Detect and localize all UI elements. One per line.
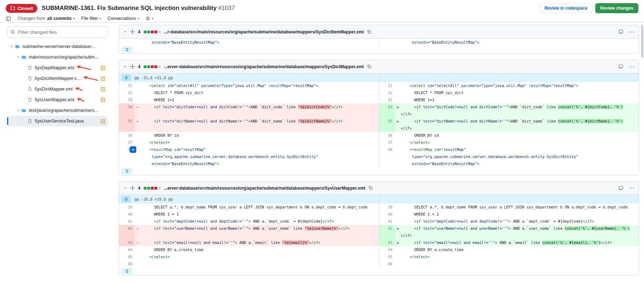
vertical-scrollbar[interactable] [640,23,644,283]
line-number[interactable]: 35 [119,118,135,132]
conversations-dropdown[interactable]: Conversations ▾ [108,16,139,21]
file-path-link[interactable]: ...r-database/src/main/resources/org/apa… [164,29,364,34]
line-number[interactable]: 46 [119,260,135,267]
line-number[interactable]: 41 [379,218,395,225]
chevron-down-icon[interactable] [16,109,21,112]
kebab-menu-icon[interactable]: ⋯ [629,64,634,69]
line-number[interactable]: 45 [119,253,135,260]
filter-changed-files-input[interactable] [7,26,108,38]
expand-hunk-button[interactable] [122,196,131,202]
diff-row: 39 SELECT a.*, b.dept_name FROM sys_user… [119,203,639,211]
file-path-link[interactable]: ...erver-database/src/main/resources/org… [164,64,364,69]
line-number[interactable]: 44 [379,246,395,253]
diff-settings-gear[interactable]: ⚙ ▾ [145,16,153,21]
add-comment-button[interactable]: + [130,146,136,153]
file-path-link[interactable]: ...erver-database/src/main/resources/org… [164,186,365,191]
line-number[interactable]: 45 [379,253,395,260]
file-icon [28,87,32,92]
chevron-down-icon[interactable] [9,45,14,48]
copy-path-icon[interactable] [367,29,372,34]
expand-hunk-button[interactable] [122,75,131,81]
sidebar-file-5[interactable]: SysUserMapper.xml [7,94,108,105]
code-line: WHERE 1=1 [401,96,639,103]
kebab-menu-icon[interactable]: ⋯ [629,185,634,191]
review-in-codespace-button[interactable]: Review in codespace [539,3,592,13]
pr-title: SUBMARINE-1361. Fix Submarine SQL inject… [42,5,235,12]
line-number[interactable]: 36 [379,132,395,139]
comment-icon[interactable] [618,186,623,191]
line-number[interactable]: 46 [379,260,395,267]
code-line: <resultMap id="resultMap" type="org.apac… [140,146,379,167]
sidebar-folder-6[interactable]: test/java/org/apache/submarine/s... [7,105,108,116]
diff-marker [395,82,401,89]
diff-marker: + [395,239,401,246]
sidebar-folder-0[interactable]: submarine-server/server-database/... [7,41,108,52]
line-number[interactable] [119,39,135,46]
chevron-down-icon[interactable] [16,55,21,59]
line-number[interactable]: 34 [379,103,395,118]
collapse-file-chevron-icon[interactable] [123,65,127,69]
line-number[interactable]: 32 [379,89,395,96]
expand-down-button[interactable] [122,47,132,53]
line-number[interactable]: 31 [379,82,395,89]
sidebar-file-3[interactable]: SysDictItemMapper.xml [7,73,108,84]
copy-path-icon[interactable] [368,186,373,190]
line-number[interactable]: 34 [119,103,135,118]
comment-icon[interactable] [618,64,623,69]
diff-row: 32 SELECT * FROM sys_dict32 SELECT * FRO… [119,89,639,96]
drag-handle-icon[interactable] [130,186,135,190]
diff-marker [395,218,401,225]
sidebar-file-4[interactable]: SysDictMapper.xml [7,84,108,94]
line-number[interactable]: 42 [119,225,135,239]
line-number[interactable] [379,39,395,46]
copy-path-icon[interactable] [367,64,372,69]
line-number[interactable]: 40 [379,211,395,218]
line-number[interactable]: 43 [119,239,135,246]
sidebar-file-2[interactable]: SysDeptMapper.xml [7,62,108,73]
diff-marker [135,246,140,253]
line-number[interactable]: 32 [119,89,135,96]
line-number[interactable]: 33 [119,96,135,103]
folder-icon [15,44,20,49]
line-number[interactable]: 40 [119,211,135,218]
line-number[interactable]: 43 [379,239,395,246]
modified-file-icon [99,87,105,92]
line-number[interactable]: 41 [119,218,135,225]
tree-item-label: main/resources/org/apache/subm... [29,55,99,60]
diffstat-blocks [144,65,161,68]
line-number[interactable]: 39 [119,203,135,211]
line-number[interactable]: 39 [379,203,395,211]
scrollbar-thumb[interactable] [641,25,643,58]
sidebar-file-7[interactable]: SysUserServiceTest.java [7,116,108,126]
collapse-file-chevron-icon[interactable] [123,30,127,34]
changes-from-dropdown[interactable]: Changes from all commits ▾ [17,16,75,21]
expand-down-button[interactable] [122,168,132,174]
line-number[interactable]: 38 [379,146,395,167]
folder-icon [21,55,26,60]
comment-icon[interactable] [618,29,623,34]
file-icon [28,97,32,102]
file-tree-toggle-button[interactable] [6,16,11,21]
line-number[interactable]: 36 [119,132,135,139]
expand-down-button[interactable] [122,268,132,274]
sidebar-folder-1[interactable]: main/resources/org/apache/subm... [7,52,108,62]
drag-handle-icon[interactable] [130,64,135,69]
code-line: <if test="userName!=null and userName!='… [401,225,639,239]
code-line: </select> [401,253,639,260]
review-changes-button[interactable]: Review changes [595,3,638,13]
line-number[interactable]: 44 [119,246,135,253]
collapse-file-chevron-icon[interactable] [123,186,127,190]
kebab-menu-icon[interactable]: ⋯ [629,29,634,34]
file-filter-dropdown[interactable]: File filter ▾ [81,16,101,21]
line-number[interactable]: 37 [119,139,135,146]
line-number[interactable]: 35 [379,118,395,132]
diff-marker [395,246,401,253]
line-number[interactable]: 37 [379,139,395,146]
diff-row: 36 ORDER BY id36 ORDER BY id [119,132,639,139]
diff-row: 45 </select>45 </select> [119,253,639,260]
code-line: extends="BaseEntityResultMap"> [140,39,379,46]
line-number[interactable]: 31 [119,82,135,89]
line-number[interactable]: 42 [379,225,395,239]
line-number[interactable]: 33 [379,96,395,103]
drag-handle-icon[interactable] [130,29,135,34]
